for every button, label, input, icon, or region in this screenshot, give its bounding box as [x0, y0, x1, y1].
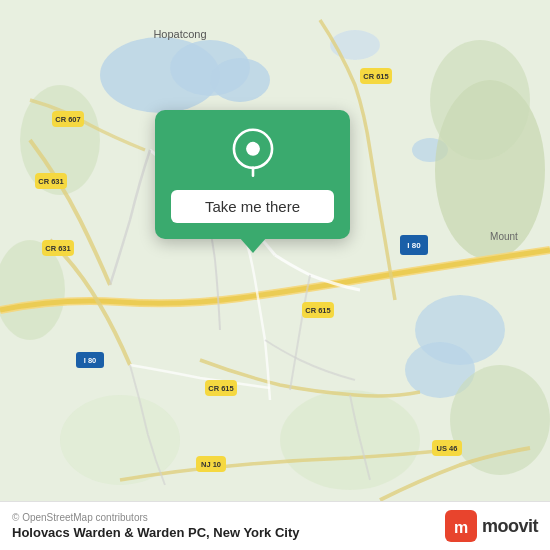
svg-text:Hopatcong: Hopatcong	[153, 28, 206, 40]
svg-text:CR 615: CR 615	[208, 384, 233, 393]
svg-text:I 80: I 80	[84, 356, 97, 365]
location-name: Holovacs Warden & Warden PC, New York Ci…	[12, 525, 300, 540]
bottom-left-info: © OpenStreetMap contributors Holovacs Wa…	[12, 512, 300, 540]
svg-text:I 80: I 80	[407, 241, 421, 250]
moovit-logo-icon: m	[445, 510, 477, 542]
take-me-there-button[interactable]: Take me there	[171, 190, 334, 223]
svg-point-14	[60, 395, 180, 485]
moovit-brand-name: moovit	[482, 516, 538, 537]
svg-text:US 46: US 46	[437, 444, 458, 453]
moovit-logo: m moovit	[445, 510, 538, 542]
svg-text:CR 607: CR 607	[55, 115, 80, 124]
svg-text:CR 631: CR 631	[45, 244, 70, 253]
svg-point-3	[210, 58, 270, 102]
svg-text:Mount: Mount	[490, 231, 518, 242]
svg-text:CR 631: CR 631	[38, 177, 63, 186]
svg-text:NJ 10: NJ 10	[201, 460, 221, 469]
map-attribution: © OpenStreetMap contributors	[12, 512, 300, 523]
svg-point-38	[246, 142, 260, 156]
svg-point-12	[450, 365, 550, 475]
svg-text:m: m	[454, 519, 468, 536]
svg-text:CR 615: CR 615	[305, 306, 330, 315]
svg-point-13	[280, 390, 420, 490]
location-popup: Take me there	[155, 110, 350, 239]
svg-point-7	[330, 30, 380, 60]
svg-text:CR 615: CR 615	[363, 72, 388, 81]
svg-point-9	[430, 40, 530, 160]
bottom-bar: © OpenStreetMap contributors Holovacs Wa…	[0, 501, 550, 550]
location-pin-icon	[227, 128, 279, 180]
map-container: I 80 CR 607 CR 615 CR 631 CR 631 CR 615 …	[0, 0, 550, 550]
map-background: I 80 CR 607 CR 615 CR 631 CR 631 CR 615 …	[0, 0, 550, 550]
